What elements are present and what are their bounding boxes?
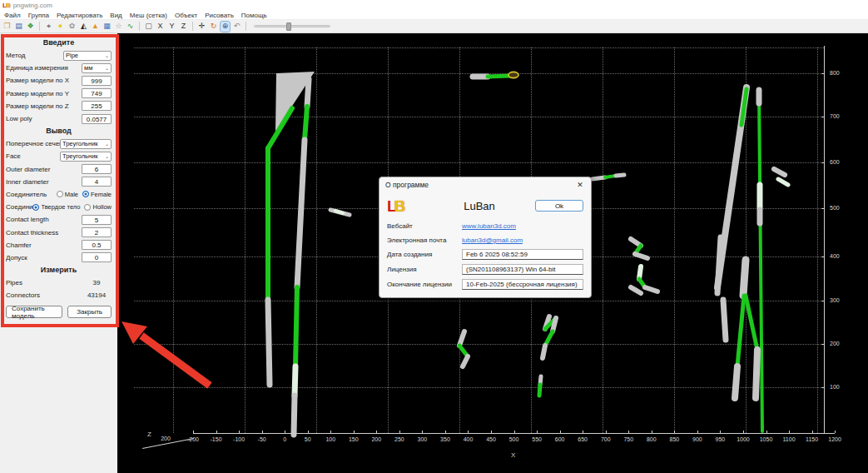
website-link[interactable]: www.luban3d.com [462, 222, 516, 230]
flower-icon[interactable]: ✿ [67, 22, 77, 32]
menu-item-file[interactable]: Файл [4, 12, 21, 19]
pan-icon[interactable]: ⊕ [221, 22, 230, 32]
pipe-segment [737, 296, 744, 366]
close-panel-button[interactable]: Закрыть [67, 306, 112, 318]
inner-diameter-input[interactable]: 4 [82, 177, 112, 187]
cone-icon[interactable]: ▲ [91, 22, 100, 32]
chamfer-input[interactable]: 0.5 [82, 240, 112, 250]
zoom-slider-thumb[interactable] [286, 22, 291, 31]
y-tick-label: 800 [830, 70, 840, 76]
x-tick [583, 431, 583, 433]
connector-gender-option-male[interactable]: Male [57, 191, 78, 198]
x-tick [262, 431, 263, 433]
size-x-input[interactable]: 999 [82, 76, 112, 86]
measure-tool-icon[interactable]: ⌖ [44, 22, 53, 32]
x-tick-label: 50 [305, 436, 311, 442]
pipe-segment [593, 177, 605, 179]
x-tick-label: 1150 [806, 436, 818, 442]
menu-item-object[interactable]: Объект [175, 12, 197, 19]
low-poly-input[interactable]: 0.0577 [82, 114, 112, 124]
move-icon[interactable]: ✛ [197, 22, 206, 32]
units-select[interactable]: мм⌄ [82, 63, 112, 73]
x-tick [193, 431, 194, 433]
radio-icon[interactable] [84, 204, 91, 211]
axis-y-icon[interactable]: Y [167, 22, 176, 32]
menu-item-draw[interactable]: Рисовать [205, 12, 234, 19]
select-box-icon[interactable]: ▢ [144, 22, 153, 32]
connector-solidity-option-hollow[interactable]: Hollow [84, 203, 112, 211]
rotate-icon[interactable]: ↻ [209, 22, 218, 32]
x-tick [330, 431, 331, 433]
x-tick-label: 750 [623, 436, 633, 442]
field-row-size-y: Размер модели по Y749 [6, 87, 112, 100]
pipe-segment [774, 169, 785, 175]
curve-icon[interactable]: ∿ [126, 22, 135, 32]
method-select[interactable]: Pipe⌄ [63, 51, 112, 61]
method-value: Pipe [66, 52, 78, 59]
outer-diameter-label: Outer diameter [6, 166, 82, 173]
radio-label: Male [65, 191, 78, 198]
toolbar-separator [39, 22, 40, 31]
size-z-input[interactable]: 255 [82, 101, 112, 111]
viewport-3d[interactable]: -200-150-100-500501001502002503003504004… [117, 33, 868, 473]
y-tick-label: 600 [830, 159, 840, 165]
y-tick [821, 344, 824, 345]
radio-icon[interactable] [82, 191, 89, 197]
save-model-button[interactable]: Сохранить модель [6, 306, 62, 318]
x-tick [537, 431, 538, 433]
chevron-down-icon: ⌄ [105, 141, 109, 147]
ok-button[interactable]: Ok [535, 200, 583, 212]
connector-gender-option-female[interactable]: Female [82, 191, 112, 198]
face-select[interactable]: Треугольник⌄ [60, 152, 112, 162]
about-dialog-titlebar[interactable]: О программе ✕ [379, 177, 591, 192]
pipe-segment [459, 331, 464, 346]
snapshot-icon[interactable]: ❖ [26, 22, 35, 32]
pipe-segment [746, 296, 757, 350]
x-axis-line [193, 433, 835, 434]
menu-item-view[interactable]: Вид [110, 12, 122, 19]
contact-thickness-input[interactable]: 2 [82, 227, 112, 237]
units-label: Единица измерения [6, 64, 82, 72]
x-tick-label: 900 [692, 436, 702, 442]
email-link[interactable]: luban3d@gmail.com [462, 236, 523, 244]
axis-x-icon[interactable]: X [156, 22, 165, 32]
undo-icon[interactable]: ↶ [232, 22, 241, 32]
connector-solidity-option-твердое-тело[interactable]: Твердое тело [32, 203, 80, 211]
x-tick-label: 1050 [760, 436, 773, 442]
axis-z-icon[interactable]: Z [179, 22, 188, 32]
save-icon[interactable]: ▤ [14, 22, 23, 32]
menu-item-group[interactable]: Группа [28, 12, 49, 19]
outer-diameter-input[interactable]: 6 [82, 164, 112, 174]
menu-item-help[interactable]: Помощь [241, 12, 267, 19]
x-tick-label: -200 [187, 436, 199, 442]
x-tick [239, 431, 240, 433]
size-x-label: Размер модели по X [6, 77, 82, 84]
x-tick-label: 850 [669, 436, 679, 442]
lightbulb-icon[interactable]: ● [56, 22, 65, 32]
radio-icon[interactable] [32, 204, 39, 211]
star-icon[interactable]: ☆ [114, 22, 123, 32]
zoom-slider[interactable] [254, 25, 330, 27]
toolbar: ❐▤❖⌖●✿◭▲▦☆∿▢XYZ✛↻⊕↶ [0, 20, 868, 33]
contact-length-input[interactable]: 5 [82, 215, 112, 225]
menu-item-edit[interactable]: Редактировать [57, 12, 102, 19]
radio-icon[interactable] [57, 191, 63, 197]
x-tick-label: 350 [440, 436, 450, 442]
cross-section-select[interactable]: Треугольник⌄ [60, 139, 112, 149]
pipe-segment [488, 76, 509, 77]
pyramid-icon[interactable]: ◭ [79, 22, 88, 32]
dialog-row-email: Электронная почтаluban3d@gmail.com [387, 234, 583, 246]
field-row-connector-solidity: СоединитьТвердое телоHollow [6, 201, 112, 213]
texture-icon[interactable]: ▦ [102, 22, 112, 32]
size-y-input[interactable]: 749 [82, 88, 112, 98]
face-value: Треугольник [62, 152, 98, 160]
pipes-count-value: 39 [82, 279, 112, 286]
tolerance-input[interactable]: 0 [82, 252, 112, 262]
dialog-row-license-expiry: Окончание лицензии10-Feb-2025 (бессрочна… [387, 277, 583, 291]
x-tick [628, 431, 629, 433]
x-tick [789, 431, 790, 433]
open-folder-icon[interactable]: ❐ [2, 22, 12, 32]
y-tick [821, 387, 824, 388]
close-icon[interactable]: ✕ [575, 181, 585, 189]
menu-item-mesh[interactable]: Меш (сетка) [130, 12, 167, 19]
